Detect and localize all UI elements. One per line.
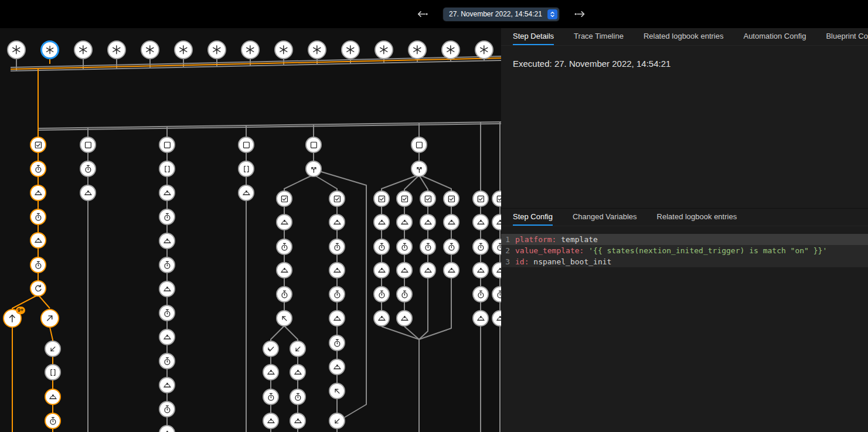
node-service-bell[interactable] <box>290 413 306 429</box>
node-brackets[interactable] <box>238 161 254 177</box>
node-timer[interactable] <box>373 239 390 255</box>
node-check-arrow[interactable] <box>263 341 279 357</box>
node-checkbox-blank[interactable] <box>411 137 427 153</box>
node-timer[interactable] <box>159 209 175 225</box>
node-service-bell[interactable] <box>396 310 413 326</box>
node-service-bell[interactable] <box>373 310 390 326</box>
tab-blueprint-config[interactable]: Blueprint Config <box>826 28 868 45</box>
node-arrow-up-right[interactable] <box>40 309 59 328</box>
node-service-bell[interactable] <box>276 214 292 230</box>
node-service-bell[interactable] <box>420 214 436 230</box>
node-timer[interactable] <box>396 239 413 255</box>
previous-trace-icon[interactable] <box>416 8 429 21</box>
node-checkbox-marked[interactable] <box>30 137 46 153</box>
node-timer[interactable] <box>30 209 46 225</box>
node-asterisk[interactable] <box>441 40 460 59</box>
node-service-bell[interactable] <box>30 232 46 249</box>
node-service-bell[interactable] <box>45 389 61 405</box>
node-repeat[interactable] <box>30 280 46 297</box>
tab-trace-timeline[interactable]: Trace Timeline <box>574 28 624 45</box>
node-asterisk[interactable] <box>341 40 360 59</box>
node-asterisk[interactable] <box>241 40 260 59</box>
node-timer[interactable] <box>420 239 436 255</box>
tab-step-config[interactable]: Step Config <box>513 209 553 226</box>
node-arrow-up-left[interactable] <box>329 383 345 399</box>
node-traverse[interactable] <box>305 161 322 177</box>
node-arrow-down-left[interactable] <box>329 413 345 429</box>
node-timer[interactable] <box>80 161 96 177</box>
node-timer[interactable] <box>30 257 46 273</box>
node-service-bell[interactable] <box>329 310 345 326</box>
node-arrow-up[interactable]: 9+ <box>3 309 22 328</box>
node-brackets[interactable] <box>159 161 175 177</box>
node-service-bell[interactable] <box>238 185 254 201</box>
node-timer[interactable] <box>45 413 61 429</box>
node-asterisk[interactable] <box>475 40 493 59</box>
node-timer[interactable] <box>159 257 175 273</box>
node-arrow-down-left[interactable] <box>290 341 306 357</box>
node-service-bell[interactable] <box>396 214 413 230</box>
node-timer[interactable] <box>159 305 175 321</box>
node-timer[interactable] <box>329 335 345 351</box>
node-arrow-up-left[interactable] <box>276 310 292 326</box>
node-asterisk[interactable] <box>74 40 93 59</box>
node-service-bell[interactable] <box>329 359 345 375</box>
node-asterisk[interactable] <box>375 40 393 59</box>
node-service-bell[interactable] <box>373 214 390 230</box>
node-timer[interactable] <box>329 286 345 302</box>
node-timer[interactable] <box>472 286 489 302</box>
node-checkbox-blank[interactable] <box>159 137 175 153</box>
node-timer[interactable] <box>276 286 292 302</box>
node-checkbox-marked[interactable] <box>276 191 292 207</box>
trace-run-select[interactable]: 27. November 2022, 14:54:21 <box>443 8 559 21</box>
step-config-code[interactable]: 1platform: template2value_template: '{{ … <box>501 234 868 267</box>
node-checkbox-marked[interactable] <box>472 191 489 207</box>
node-checkbox-marked[interactable] <box>329 191 345 207</box>
node-asterisk[interactable] <box>408 40 427 59</box>
tab-step-details[interactable]: Step Details <box>513 28 554 45</box>
node-asterisk[interactable] <box>141 40 159 59</box>
node-service-bell[interactable] <box>329 262 345 278</box>
node-checkbox-marked[interactable] <box>373 191 390 207</box>
node-service-bell[interactable] <box>443 262 459 278</box>
node-timer[interactable] <box>443 239 459 255</box>
node-service-bell[interactable] <box>420 262 436 278</box>
node-service-bell[interactable] <box>159 233 175 249</box>
node-service-bell[interactable] <box>472 310 489 326</box>
node-service-bell[interactable] <box>159 185 175 201</box>
node-timer[interactable] <box>159 401 175 417</box>
node-timer[interactable] <box>329 239 345 255</box>
node-asterisk[interactable] <box>107 40 126 59</box>
node-service-bell[interactable] <box>80 185 96 201</box>
node-timer[interactable] <box>472 239 489 255</box>
node-checkbox-marked[interactable] <box>420 191 436 207</box>
node-asterisk[interactable] <box>40 40 59 59</box>
node-service-bell[interactable] <box>276 262 292 278</box>
node-service-bell[interactable] <box>373 262 390 278</box>
node-service-bell[interactable] <box>329 214 345 230</box>
node-timer[interactable] <box>159 353 175 369</box>
node-service-bell[interactable] <box>159 281 175 297</box>
node-checkbox-blank[interactable] <box>238 137 254 153</box>
tab-related-logbook-entries[interactable]: Related logbook entries <box>657 209 737 226</box>
node-asterisk[interactable] <box>274 40 293 59</box>
node-timer[interactable] <box>263 389 279 405</box>
node-service-bell[interactable] <box>263 413 279 429</box>
node-service-bell[interactable] <box>159 377 175 393</box>
node-timer[interactable] <box>30 161 46 177</box>
node-service-bell[interactable] <box>472 262 489 278</box>
tab-related-logbook-entries[interactable]: Related logbook entries <box>644 28 724 45</box>
tab-changed-variables[interactable]: Changed Variables <box>573 209 637 226</box>
node-service-bell[interactable] <box>263 364 279 380</box>
node-timer[interactable] <box>290 389 306 405</box>
node-asterisk[interactable] <box>7 40 26 59</box>
node-checkbox-blank[interactable] <box>305 137 322 153</box>
node-timer[interactable] <box>396 286 413 302</box>
node-brackets[interactable] <box>45 364 61 380</box>
node-service-bell[interactable] <box>30 185 46 201</box>
node-service-bell[interactable] <box>159 329 175 345</box>
node-timer[interactable] <box>373 286 390 302</box>
node-traverse[interactable] <box>411 161 427 177</box>
node-asterisk[interactable] <box>174 40 193 59</box>
node-service-bell[interactable] <box>472 214 489 230</box>
